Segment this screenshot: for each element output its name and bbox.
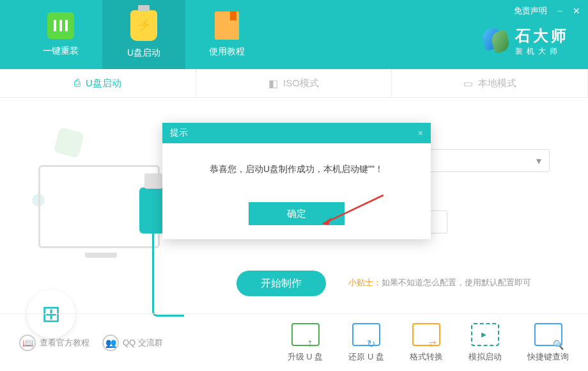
modal-close-button[interactable]: ×: [418, 128, 423, 138]
nav-tab-tutorial[interactable]: 使用教程: [185, 0, 268, 69]
nav-tab-usb-boot[interactable]: U盘启动: [102, 0, 185, 69]
tutorial-icon: [215, 12, 239, 40]
cable-graphic: [152, 233, 184, 317]
mode-tab-iso[interactable]: ◧ ISO模式: [196, 69, 392, 97]
success-modal: 提示 × 恭喜您，启动U盘制作成功，本机启动键""！ 确定: [162, 123, 431, 239]
reinstall-icon: [47, 12, 74, 39]
mode-tab-local[interactable]: ▭ 本地模式: [392, 69, 588, 97]
action-restore[interactable]: 还原 U 盘: [348, 323, 384, 363]
deco-square: [54, 127, 85, 159]
action-convert[interactable]: 格式转换: [410, 323, 443, 363]
brand-title: 石大师: [515, 26, 569, 46]
mode-tab-usb[interactable]: ⎙ U盘启动: [0, 69, 196, 97]
people-icon: 👥: [102, 335, 119, 351]
hotkey-icon: [534, 323, 562, 346]
action-simulate[interactable]: 模拟启动: [468, 323, 502, 363]
window-controls: 免责声明 − ✕: [514, 5, 580, 17]
upgrade-icon: [291, 323, 320, 346]
nav-tab-reinstall[interactable]: 一键重装: [19, 0, 102, 69]
usb-icon: [130, 10, 157, 41]
tip-label: 小贴士：: [348, 278, 382, 287]
iso-icon: ◧: [268, 77, 278, 90]
local-icon: ▭: [463, 77, 473, 90]
nav-label-tutorial: 使用教程: [209, 46, 245, 58]
app-header: 一键重装 U盘启动 使用教程 免责声明 − ✕ 石大师 装机大师: [0, 0, 588, 69]
nav-tabs: 一键重装 U盘启动 使用教程: [0, 0, 268, 69]
bottom-bar: 📖 查看官方教程 👥 QQ 交流群 升级 U 盘 还原 U 盘 格式转换 模拟启…: [0, 313, 588, 371]
minimize-button[interactable]: −: [557, 6, 562, 16]
restore-icon: [352, 323, 380, 346]
brand-logo: 石大师 装机大师: [483, 26, 569, 57]
tip-text: 小贴士：如果不知道怎么配置，使用默认配置即可: [348, 277, 531, 288]
logo-icon: [483, 29, 509, 54]
simulate-icon: [471, 323, 499, 346]
book-icon: 📖: [19, 335, 36, 351]
modal-title: 提示: [170, 127, 188, 139]
tip-content: 如果不知道怎么配置，使用默认配置即可: [382, 278, 531, 287]
official-tutorial-link[interactable]: 📖 查看官方教程: [19, 335, 89, 351]
action-hotkey[interactable]: 快捷键查询: [527, 323, 569, 363]
qq-group-link[interactable]: 👥 QQ 交流群: [102, 335, 163, 351]
mode-tabs: ⎙ U盘启动 ◧ ISO模式 ▭ 本地模式: [0, 69, 588, 98]
convert-icon: [412, 323, 440, 346]
usb-small-icon: ⎙: [74, 77, 81, 89]
modal-message: 恭喜您，启动U盘制作成功，本机启动键""！: [162, 143, 431, 196]
nav-label-reinstall: 一键重装: [43, 45, 79, 57]
nav-label-usb: U盘启动: [127, 47, 160, 59]
action-upgrade[interactable]: 升级 U 盘: [288, 323, 323, 363]
brand-subtitle: 装机大师: [515, 46, 569, 57]
chevron-down-icon: ▾: [536, 155, 541, 167]
close-button[interactable]: ✕: [573, 6, 580, 16]
start-button[interactable]: 开始制作: [236, 271, 326, 296]
modal-confirm-button[interactable]: 确定: [249, 202, 344, 225]
disclaimer-link[interactable]: 免责声明: [514, 5, 547, 17]
modal-header: 提示 ×: [162, 123, 431, 143]
